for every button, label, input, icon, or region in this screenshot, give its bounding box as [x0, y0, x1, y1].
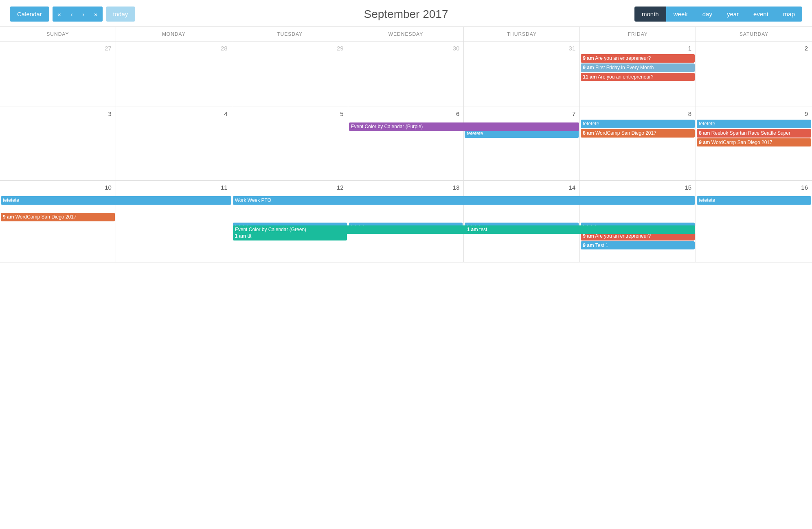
- cell-sep15: 15 tetetete 9 am Are you an entrepreneur…: [580, 181, 696, 262]
- date-1: 1: [580, 43, 696, 53]
- event-tetetete-tue12[interactable]: tetetete: [233, 223, 347, 231]
- event-tetetete-sat9[interactable]: tetetete: [697, 120, 811, 128]
- date-28: 28: [116, 43, 232, 53]
- date-16: 16: [696, 182, 812, 192]
- event-1am-ttt[interactable]: 1 am ttt: [233, 232, 347, 240]
- cell-sep9: 9 tetetete 8 am Reebok Spartan Race Seat…: [696, 107, 812, 180]
- cell-aug31: 31: [464, 42, 580, 107]
- view-week[interactable]: week: [666, 7, 695, 22]
- view-year[interactable]: year: [720, 7, 746, 22]
- cell-sep5: 5: [232, 107, 348, 180]
- day-wednesday: WEDNESDAY: [348, 27, 464, 41]
- date-6: 6: [348, 109, 464, 119]
- cell-sep1: 1 9 am Are you an entrepreneur? 9 am Fir…: [580, 42, 696, 107]
- cell-sep12: 12 tetetete 1 am ttt: [232, 181, 348, 262]
- week-1: 27 28 29 30 31 1 9 am Are you an entrepr…: [0, 42, 812, 107]
- view-event[interactable]: event: [746, 7, 776, 22]
- event-wordcamp-sat9[interactable]: 9 am WordCamp San Diego 2017: [697, 138, 811, 147]
- week-3: tetetete tetetete tetetete Work Week PTO…: [0, 181, 812, 262]
- date-31: 31: [464, 43, 579, 53]
- next-button[interactable]: ›: [77, 7, 89, 22]
- view-day[interactable]: day: [695, 7, 720, 22]
- date-30: 30: [348, 43, 464, 53]
- cell-sep10: 10 9 am WordCamp San Diego 2017: [0, 181, 116, 262]
- cell-aug30: 30: [348, 42, 464, 107]
- calendar-title: September 2017: [364, 8, 448, 21]
- day-friday: FRIDAY: [580, 27, 696, 41]
- view-month[interactable]: month: [634, 7, 666, 22]
- event-tetetete-fri8[interactable]: tetetete: [581, 120, 695, 128]
- event-entrepreneur-9am[interactable]: 9 am Are you an entrepreneur?: [581, 54, 695, 63]
- day-monday: MONDAY: [116, 27, 232, 41]
- cell-aug27: 27: [0, 42, 116, 107]
- cell-aug28: 28: [116, 42, 232, 107]
- event-first-friday[interactable]: 9 am First Friday in Every Month: [581, 63, 695, 72]
- first-button[interactable]: «: [53, 7, 66, 22]
- cell-sep16: 16: [696, 181, 812, 262]
- date-14: 14: [464, 182, 579, 192]
- event-reebok-spartan[interactable]: 8 am Reebok Spartan Race Seattle Super: [697, 129, 811, 138]
- date-2: 2: [696, 43, 812, 53]
- view-map[interactable]: map: [776, 7, 802, 22]
- event-tetetete-thu7[interactable]: tetetete: [465, 129, 579, 138]
- day-saturday: SATURDAY: [696, 27, 812, 41]
- event-entrepreneur-11am[interactable]: 11 am Are you an entrepreneur?: [581, 73, 695, 81]
- day-sunday: SUNDAY: [0, 27, 116, 41]
- cell-sep13: 13 tetetete: [348, 181, 464, 262]
- event-tetetete-wed13[interactable]: tetetete: [349, 223, 463, 231]
- week-2: Event Color by Calendar (Purple) 3 4 5 6…: [0, 107, 812, 181]
- date-3: 3: [0, 109, 116, 119]
- today-button[interactable]: today: [106, 7, 136, 22]
- week-3-cells: 10 9 am WordCamp San Diego 2017 11 12 te…: [0, 181, 812, 262]
- view-switcher: month week day year event map: [634, 7, 802, 22]
- event-wordcamp-sun10[interactable]: 9 am WordCamp San Diego 2017: [1, 213, 115, 221]
- cell-sep6: 6: [348, 107, 464, 180]
- day-tuesday: TUESDAY: [232, 27, 348, 41]
- date-5: 5: [232, 109, 348, 119]
- calendar-container: SUNDAY MONDAY TUESDAY WEDNESDAY THURSDAY…: [0, 26, 812, 262]
- day-headers: SUNDAY MONDAY TUESDAY WEDNESDAY THURSDAY…: [0, 27, 812, 42]
- date-10: 10: [0, 182, 116, 192]
- date-11: 11: [116, 182, 232, 192]
- event-entrepreneur-fri15[interactable]: 9 am Are you an entrepreneur?: [581, 232, 695, 240]
- event-test1-fri15[interactable]: 9 am Test 1: [581, 241, 695, 250]
- cell-sep3: 3: [0, 107, 116, 180]
- event-tetetete-fri15[interactable]: tetetete: [581, 223, 695, 231]
- prev-button[interactable]: ‹: [66, 7, 77, 22]
- date-29: 29: [232, 43, 348, 53]
- nav-group: « ‹ › »: [53, 7, 103, 22]
- date-15: 15: [580, 182, 696, 192]
- last-button[interactable]: »: [89, 7, 102, 22]
- cell-sep8: 8 tetetete 8 am WordCamp San Diego 2017: [580, 107, 696, 180]
- cell-sep7: 7 tetetete: [464, 107, 580, 180]
- date-12: 12: [232, 182, 348, 192]
- event-wordcamp-fri8[interactable]: 8 am WordCamp San Diego 2017: [581, 129, 695, 138]
- date-9: 9: [696, 109, 812, 119]
- cell-aug29: 29: [232, 42, 348, 107]
- calendar-header: Calendar « ‹ › » today September 2017 mo…: [0, 0, 812, 26]
- date-4: 4: [116, 109, 232, 119]
- nav-left: Calendar « ‹ › » today: [10, 7, 135, 22]
- event-tetetete-thu14[interactable]: tetetete: [465, 223, 579, 231]
- date-8: 8: [580, 109, 696, 119]
- date-27: 27: [0, 43, 116, 53]
- week-1-cells: 27 28 29 30 31 1 9 am Are you an entrepr…: [0, 42, 812, 107]
- cell-sep11: 11: [116, 181, 232, 262]
- cell-sep2: 2: [696, 42, 812, 107]
- cell-sep4: 4: [116, 107, 232, 180]
- week-2-cells: 3 4 5 6 7 tetetete 8 tetetete 8 am WordC…: [0, 107, 812, 180]
- calendar-button[interactable]: Calendar: [10, 7, 49, 22]
- date-7: 7: [464, 109, 579, 119]
- date-13: 13: [348, 182, 464, 192]
- day-thursday: THURSDAY: [464, 27, 580, 41]
- cell-sep14: 14 tetetete: [464, 181, 580, 262]
